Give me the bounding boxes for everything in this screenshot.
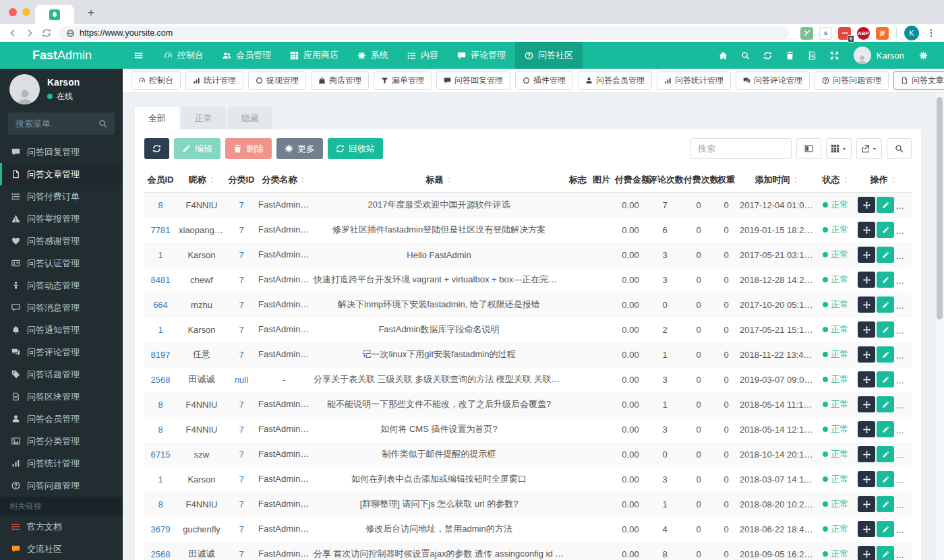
- category-id-link[interactable]: 7: [239, 400, 243, 410]
- category-id-link[interactable]: 7: [239, 225, 243, 235]
- member-id-link[interactable]: 2568: [151, 549, 171, 559]
- expand-button[interactable]: [823, 42, 846, 69]
- member-id-link[interactable]: 8: [158, 425, 163, 435]
- search-button[interactable]: [734, 42, 757, 69]
- row-edit-button[interactable]: [877, 396, 894, 412]
- sidebar-item[interactable]: 问答付费订单: [0, 185, 123, 208]
- browser-back-icon[interactable]: [8, 28, 18, 38]
- sidebar-item[interactable]: 问答统计管理: [0, 452, 123, 474]
- column-header[interactable]: 添加时间: [738, 168, 816, 193]
- visible-columns-button[interactable]: [826, 138, 852, 159]
- quick-nav-button[interactable]: 漏单管理: [374, 71, 432, 90]
- browser-forward-icon[interactable]: [25, 28, 34, 38]
- more-button[interactable]: 更多: [276, 138, 323, 159]
- quick-nav-button[interactable]: 提现管理: [248, 71, 306, 90]
- navbar-item[interactable]: 问答社区: [515, 42, 583, 69]
- status-tab[interactable]: 隐藏: [228, 107, 272, 129]
- category-id-link[interactable]: 7: [239, 250, 243, 260]
- category-id-link[interactable]: 7: [239, 425, 243, 435]
- row-move-button[interactable]: [858, 521, 875, 537]
- sidebar-item[interactable]: 问答消息管理: [0, 297, 123, 319]
- refresh-button[interactable]: [757, 42, 779, 69]
- export-button[interactable]: [856, 138, 882, 159]
- row-edit-button[interactable]: [877, 346, 894, 363]
- quick-nav-button[interactable]: 问答统计管理: [657, 71, 731, 90]
- menu-search-input[interactable]: [16, 119, 98, 129]
- quick-nav-button[interactable]: 问答会员管理: [578, 71, 652, 90]
- category-id-link[interactable]: 7: [239, 200, 243, 210]
- category-id-link[interactable]: 7: [239, 275, 243, 285]
- quick-nav-button[interactable]: 问答评论管理: [736, 71, 810, 90]
- column-header[interactable]: 操作: [855, 168, 912, 193]
- column-header[interactable]: 分类名称: [256, 168, 312, 193]
- column-header[interactable]: 标志: [566, 168, 589, 193]
- navbar-item[interactable]: 系统: [348, 42, 398, 69]
- quick-nav-button[interactable]: 问答文章管理: [893, 71, 944, 90]
- sidebar-item[interactable]: 问答感谢管理: [0, 230, 123, 252]
- sidebar-item[interactable]: 问答评论管理: [0, 341, 123, 363]
- adblock-plus-extension-icon[interactable]: ABP: [857, 27, 870, 40]
- member-id-link[interactable]: 6715: [151, 449, 171, 460]
- delete-button[interactable]: 删除: [225, 138, 272, 159]
- quick-nav-button[interactable]: 商店管理: [311, 71, 369, 90]
- row-move-button[interactable]: [858, 496, 875, 512]
- member-id-link[interactable]: 1: [158, 250, 163, 260]
- column-header[interactable]: 会员ID: [144, 168, 177, 193]
- row-edit-button[interactable]: [877, 371, 894, 387]
- navbar-item[interactable]: 会员管理: [213, 42, 281, 69]
- row-edit-button[interactable]: [877, 197, 894, 213]
- member-id-link[interactable]: 8481: [151, 275, 171, 285]
- sidebar-item[interactable]: 问答认证管理: [0, 252, 123, 274]
- refresh-button[interactable]: [144, 138, 169, 159]
- table-search-input[interactable]: [690, 138, 792, 159]
- category-id-link[interactable]: 7: [239, 549, 243, 559]
- sidebar-item[interactable]: 问答举报管理: [0, 208, 123, 230]
- sidebar-item[interactable]: 问答回复管理: [0, 141, 123, 163]
- edit-button[interactable]: 编辑: [174, 138, 220, 159]
- trash-button[interactable]: [779, 42, 801, 69]
- member-id-link[interactable]: 3679: [151, 524, 171, 534]
- row-move-button[interactable]: [858, 546, 875, 560]
- row-edit-button[interactable]: [877, 297, 894, 313]
- scrollbar-thumb[interactable]: [937, 97, 943, 319]
- navbar-item[interactable]: 控制台: [154, 42, 213, 69]
- brand-logo[interactable]: FastAdmin: [0, 42, 123, 69]
- navbar-item[interactable]: 应用商店: [281, 42, 348, 69]
- row-move-button[interactable]: [858, 222, 875, 238]
- column-header[interactable]: 评论次数: [647, 168, 682, 193]
- sidebar-item[interactable]: 问答文章管理: [0, 163, 123, 185]
- column-header[interactable]: 图片: [589, 168, 614, 193]
- row-edit-button[interactable]: [877, 496, 894, 512]
- browser-menu-icon[interactable]: [926, 28, 936, 38]
- quick-nav-button[interactable]: 插件管理: [515, 71, 573, 90]
- sidebar-item[interactable]: 问答分类管理: [0, 430, 123, 452]
- category-id-link[interactable]: 7: [239, 449, 243, 460]
- quick-nav-button[interactable]: 问答回复管理: [436, 71, 510, 90]
- member-id-link[interactable]: 664: [153, 300, 168, 310]
- category-id-link[interactable]: 7: [239, 325, 243, 335]
- navbar-item[interactable]: 内容: [398, 42, 448, 69]
- sidebar-link[interactable]: 交流社区: [0, 538, 123, 560]
- navbar-item[interactable]: 评论管理: [448, 42, 515, 69]
- row-edit-button[interactable]: [877, 421, 894, 437]
- member-id-link[interactable]: 1: [158, 474, 163, 485]
- category-id-link[interactable]: null: [235, 375, 248, 385]
- category-id-link[interactable]: 7: [239, 474, 243, 485]
- sidebar-link[interactable]: 官方文档: [0, 516, 123, 538]
- quick-nav-button[interactable]: 控制台: [131, 71, 181, 90]
- row-move-button[interactable]: [858, 471, 875, 487]
- quick-nav-button[interactable]: 问答问题管理: [815, 71, 889, 90]
- navbar-user[interactable]: Karson: [854, 46, 904, 64]
- table-search-button[interactable]: [887, 138, 912, 159]
- row-edit-button[interactable]: [877, 247, 894, 263]
- quick-nav-button[interactable]: 统计管理: [185, 71, 243, 90]
- row-edit-button[interactable]: [877, 222, 894, 238]
- column-header[interactable]: 标题: [312, 168, 566, 193]
- devtools-extension-icon[interactable]: [800, 27, 813, 40]
- category-id-link[interactable]: 7: [239, 499, 243, 509]
- address-bar[interactable]: https://www.yoursite.com: [59, 26, 789, 40]
- browser-profile-avatar[interactable]: K: [904, 26, 919, 40]
- member-id-link[interactable]: 8: [158, 200, 163, 210]
- close-window-button[interactable]: [9, 8, 17, 16]
- row-edit-button[interactable]: [877, 546, 894, 560]
